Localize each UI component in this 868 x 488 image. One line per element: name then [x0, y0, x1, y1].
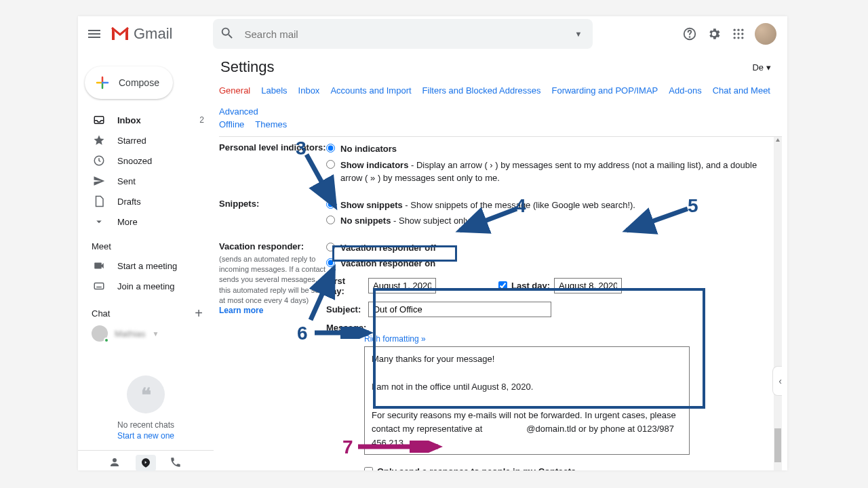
- chat-caret-icon[interactable]: ▼: [153, 330, 159, 338]
- contacts-only-checkbox[interactable]: [364, 467, 373, 471]
- video-icon: [93, 260, 105, 272]
- meet-section-header: Meet: [78, 241, 214, 251]
- help-icon[interactable]: [682, 26, 698, 42]
- last-day-label: Last day:: [511, 281, 550, 291]
- language-switch[interactable]: De ▾: [752, 62, 771, 73]
- sidebar-item-drafts[interactable]: Drafts: [78, 191, 214, 211]
- tab-inbox[interactable]: Inbox: [298, 85, 320, 96]
- message-label: Message:: [326, 323, 364, 333]
- svg-point-7: [741, 33, 743, 35]
- last-day-checkbox[interactable]: [498, 281, 507, 290]
- pli-label: Personal level indicators:: [219, 142, 326, 188]
- vac-learn-more[interactable]: Learn more: [219, 306, 326, 315]
- avatar[interactable]: [755, 23, 776, 45]
- first-day-input[interactable]: [368, 278, 436, 293]
- sidebar-footer: [78, 450, 214, 474]
- svg-point-3: [737, 29, 739, 31]
- first-day-label: First day:: [326, 276, 364, 296]
- side-panel-toggle[interactable]: ‹: [772, 366, 782, 396]
- sidebar: Compose Inbox 2 Starred Snoozed: [78, 54, 214, 474]
- snippets-label: Snippets:: [219, 199, 326, 230]
- sidebar-item-snoozed[interactable]: Snoozed: [78, 150, 214, 171]
- snip-no-radio[interactable]: [326, 216, 335, 224]
- svg-point-6: [737, 33, 739, 35]
- apps-grid-icon[interactable]: [730, 26, 747, 42]
- sent-icon: [93, 175, 105, 187]
- tab-general[interactable]: General: [219, 85, 250, 96]
- vac-off-radio[interactable]: [326, 243, 335, 251]
- chat-start-link[interactable]: Start a new one: [78, 431, 214, 441]
- pli-show-radio[interactable]: [326, 160, 335, 169]
- keyboard-icon: [93, 280, 105, 292]
- sidebar-item-more[interactable]: More: [78, 211, 214, 232]
- plus-multicolor-icon: [94, 75, 111, 91]
- snip-show-radio[interactable]: [326, 200, 335, 209]
- subject-input[interactable]: [368, 302, 551, 317]
- gmail-logo[interactable]: Gmail: [111, 25, 172, 43]
- page-title: Settings: [220, 58, 275, 76]
- hangouts-icon[interactable]: [136, 455, 156, 471]
- tab-addons[interactable]: Add-ons: [669, 85, 701, 96]
- sidebar-item-starred[interactable]: Starred: [78, 130, 214, 150]
- tab-forwarding[interactable]: Forwarding and POP/IMAP: [551, 85, 658, 96]
- settings-tabs: General Labels Inbox Accounts and Import…: [219, 80, 782, 119]
- gear-icon[interactable]: [706, 26, 722, 42]
- message-textarea[interactable]: [364, 346, 690, 455]
- sidebar-item-join-meeting[interactable]: Join a meeting: [78, 276, 214, 296]
- subject-label: Subject:: [326, 304, 364, 314]
- svg-point-1: [690, 37, 690, 37]
- chat-user-row[interactable]: Mathias ▼: [78, 325, 214, 342]
- svg-point-9: [737, 37, 739, 39]
- compose-button[interactable]: Compose: [85, 66, 173, 99]
- tab-themes[interactable]: Themes: [255, 119, 287, 129]
- gmail-m-icon: [111, 26, 130, 41]
- scroll-up-arrow[interactable]: [775, 138, 781, 143]
- person-icon[interactable]: [108, 456, 122, 470]
- svg-point-5: [734, 33, 736, 35]
- vac-label: Vacation responder: (sends an automated …: [219, 241, 326, 471]
- chevron-down-icon: [93, 216, 105, 228]
- sidebar-item-sent[interactable]: Sent: [78, 171, 214, 191]
- vac-on-radio[interactable]: [326, 258, 335, 267]
- tab-accounts[interactable]: Accounts and Import: [330, 85, 411, 96]
- tab-offline[interactable]: Offline: [219, 119, 244, 129]
- search-options-caret[interactable]: ▼: [575, 30, 587, 38]
- tab-filters[interactable]: Filters and Blocked Addresses: [422, 85, 541, 96]
- hamburger-icon[interactable]: [86, 26, 102, 42]
- svg-point-8: [734, 37, 736, 39]
- svg-point-4: [741, 29, 743, 31]
- settings-body: Personal level indicators: No indicators…: [219, 137, 782, 470]
- phone-icon[interactable]: [170, 456, 183, 470]
- chat-avatar: [92, 325, 108, 342]
- search-icon[interactable]: [220, 26, 236, 42]
- search-bar[interactable]: ▼: [213, 19, 593, 49]
- last-day-input[interactable]: [554, 278, 622, 293]
- chat-empty-state: ❝ No recent chats Start a new one: [78, 375, 214, 441]
- new-chat-icon[interactable]: +: [195, 306, 203, 321]
- inbox-icon: [93, 114, 105, 126]
- main-content: Settings De ▾ General Labels Inbox Accou…: [219, 54, 782, 470]
- svg-point-2: [734, 29, 736, 31]
- presence-dot: [104, 338, 109, 343]
- gmail-text: Gmail: [134, 25, 172, 43]
- tab-advanced[interactable]: Advanced: [219, 106, 258, 117]
- scrollbar-thumb[interactable]: [774, 428, 781, 462]
- sidebar-item-start-meeting[interactable]: Start a meeting: [78, 256, 214, 276]
- sidebar-item-inbox[interactable]: Inbox 2: [78, 110, 214, 130]
- caret-down-icon: ▾: [766, 62, 771, 73]
- rich-formatting-link[interactable]: Rich formatting »: [364, 334, 779, 344]
- clock-icon: [93, 155, 105, 167]
- settings-scrollbar[interactable]: [774, 137, 782, 470]
- search-input[interactable]: [244, 28, 574, 40]
- compose-label: Compose: [119, 77, 159, 88]
- chat-section-header: Chat +: [78, 306, 214, 321]
- star-icon: [93, 134, 105, 146]
- file-icon: [93, 195, 105, 207]
- svg-rect-13: [94, 283, 104, 289]
- header-bar: Gmail ▼: [78, 16, 787, 52]
- tab-labels[interactable]: Labels: [261, 85, 287, 96]
- chat-bubble-icon: ❝: [127, 375, 165, 413]
- pli-no-radio[interactable]: [326, 144, 335, 152]
- tab-chatmeet[interactable]: Chat and Meet: [713, 85, 770, 96]
- svg-point-10: [741, 37, 743, 39]
